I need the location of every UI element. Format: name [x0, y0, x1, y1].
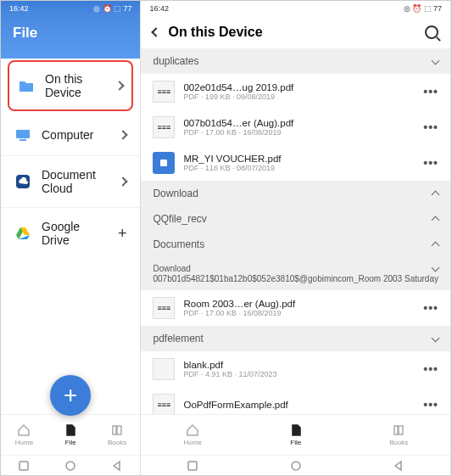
sys-back-icon[interactable] — [111, 460, 123, 472]
svg-rect-3 — [20, 462, 28, 470]
nav-label: Books — [108, 439, 126, 446]
more-icon[interactable]: ••• — [423, 362, 438, 376]
bottom-nav: HomeFileBooks — [141, 414, 450, 455]
file-thumb: ≡≡≡ — [153, 81, 175, 103]
section-label: Download — [153, 264, 190, 273]
bottom-nav: HomeFileBooks — [1, 414, 140, 455]
file-row[interactable]: ≡≡≡Room 2003…er (Aug).pdfPDF · 17.00 KB … — [141, 290, 450, 326]
page-title: File — [1, 16, 140, 59]
sys-recent-icon[interactable] — [187, 460, 198, 472]
section-header[interactable]: pdfelement — [141, 326, 450, 351]
cloud-icon — [14, 173, 31, 190]
fab-add-button[interactable]: + — [50, 375, 91, 416]
file-row[interactable]: MR_YI VOUCHER.pdfPDF · 116 KB · 08/07/20… — [141, 145, 450, 181]
location-item-on-this-device[interactable]: On this Device — [8, 60, 133, 111]
left-screen: 16:42 ◎ ⏰ ⬚ 77 File On this Device Compu… — [1, 1, 141, 475]
sys-recent-icon[interactable] — [18, 460, 30, 472]
nav-home[interactable]: Home — [1, 415, 47, 455]
chevron-down-icon — [432, 56, 440, 64]
status-icons: ◎ ⏰ ⬚ 77 — [93, 4, 131, 13]
location-item-google-drive[interactable]: Google Drive + — [1, 208, 140, 259]
drive-icon — [14, 225, 31, 242]
svg-rect-0 — [16, 130, 30, 138]
nav-label: File — [290, 439, 301, 446]
svg-point-7 — [292, 462, 300, 470]
home-icon — [186, 423, 199, 437]
file-thumb: ≡≡≡ — [153, 116, 175, 138]
nav-file[interactable]: File — [244, 415, 348, 455]
chevron-right-icon — [119, 176, 128, 186]
location-item-computer[interactable]: Computer — [1, 115, 140, 156]
books-icon — [110, 423, 124, 437]
file-name: 007b01d54…er (Aug).pdf — [183, 118, 415, 128]
section-label: duplicates — [153, 55, 198, 67]
file-icon — [289, 423, 303, 437]
section-label: Documents — [153, 238, 204, 250]
back-button[interactable] — [152, 27, 161, 36]
file-thumb — [153, 358, 175, 380]
header-title: On this Device — [168, 25, 416, 40]
file-name: blank.pdf — [183, 360, 415, 370]
nav-books[interactable]: Books — [94, 415, 141, 455]
section-header[interactable]: QQfile_recv — [141, 206, 450, 232]
nav-home[interactable]: Home — [141, 415, 244, 455]
right-screen: 16:42 ◎ ⏰ ⬚ 77 On this Device duplicates… — [141, 1, 451, 475]
more-icon[interactable]: ••• — [423, 120, 438, 134]
file-meta: PDF · 17.00 KB · 16/08/2019 — [183, 309, 415, 317]
books-icon — [392, 423, 405, 437]
pdf-icon — [153, 152, 175, 174]
chevron-up-icon — [432, 242, 440, 250]
plus-icon[interactable]: + — [118, 225, 127, 243]
more-icon[interactable]: ••• — [423, 301, 438, 315]
section-header[interactable]: duplicates — [141, 48, 450, 74]
section-header[interactable]: Documents — [141, 232, 450, 257]
sys-home-icon[interactable] — [290, 460, 302, 472]
status-time: 16:42 — [149, 4, 169, 13]
nav-label: Home — [15, 439, 33, 446]
more-icon[interactable]: ••• — [423, 85, 438, 98]
file-meta: PDF · 199 KB · 09/08/2019 — [183, 92, 415, 101]
file-row[interactable]: ≡≡≡002e01d54…ug 2019.pdfPDF · 199 KB · 0… — [141, 74, 450, 109]
more-icon[interactable]: ••• — [423, 398, 438, 412]
more-icon[interactable]: ••• — [423, 156, 438, 170]
list-item-label: On this Device — [45, 72, 106, 99]
file-row[interactable]: ≡≡≡007b01d54…er (Aug).pdfPDF · 17.00 KB … — [141, 109, 450, 145]
section-label: pdfelement — [153, 333, 203, 344]
nav-label: Books — [389, 439, 408, 446]
header: On this Device — [141, 16, 450, 48]
file-name: 002e01d54…ug 2019.pdf — [183, 82, 415, 92]
section-header[interactable]: Download — [141, 181, 450, 206]
list-item-label: Computer — [42, 128, 109, 142]
section-header[interactable]: Download007b01d54821$01ba12b0$052e3810$@… — [141, 257, 450, 290]
nav-file[interactable]: File — [47, 415, 94, 455]
location-item-document-cloud[interactable]: Document Cloud — [1, 156, 140, 208]
file-icon — [64, 423, 77, 437]
file-row[interactable]: ≡≡≡OoPdfFormExample.pdf••• — [141, 387, 450, 414]
nav-label: Home — [184, 439, 202, 446]
system-nav — [141, 455, 450, 475]
status-time: 16:42 — [9, 4, 29, 13]
nav-label: File — [65, 439, 76, 446]
status-icons: ◎ ⏰ ⬚ 77 — [404, 4, 442, 13]
list-item-label: Document Cloud — [42, 168, 109, 195]
search-icon[interactable] — [425, 25, 438, 39]
sys-back-icon[interactable] — [393, 460, 405, 472]
nav-books[interactable]: Books — [347, 415, 450, 455]
svg-rect-5 — [160, 160, 167, 166]
file-name: Room 2003…er (Aug).pdf — [183, 299, 415, 309]
file-row[interactable]: blank.pdfPDF · 4.91 KB · 11/07/2023••• — [141, 351, 450, 387]
status-bar: 16:42 ◎ ⏰ ⬚ 77 — [141, 1, 450, 16]
file-meta: PDF · 116 KB · 08/07/2019 — [183, 164, 415, 172]
svg-rect-6 — [188, 462, 197, 470]
section-label: Download — [153, 188, 198, 199]
section-label: QQfile_recv — [153, 213, 206, 225]
file-meta: PDF · 4.91 KB · 11/07/2023 — [183, 370, 415, 378]
home-icon — [17, 423, 31, 437]
chevron-right-icon — [115, 81, 125, 90]
svg-point-4 — [66, 462, 75, 470]
location-list: On this Device Computer Document Cloud G… — [1, 59, 140, 259]
folder-icon — [18, 77, 35, 94]
chevron-right-icon — [119, 130, 128, 139]
sys-home-icon[interactable] — [64, 460, 76, 472]
section-path: 007b01d54821$01ba12b0$052e3810$@gobiminc… — [153, 274, 438, 283]
